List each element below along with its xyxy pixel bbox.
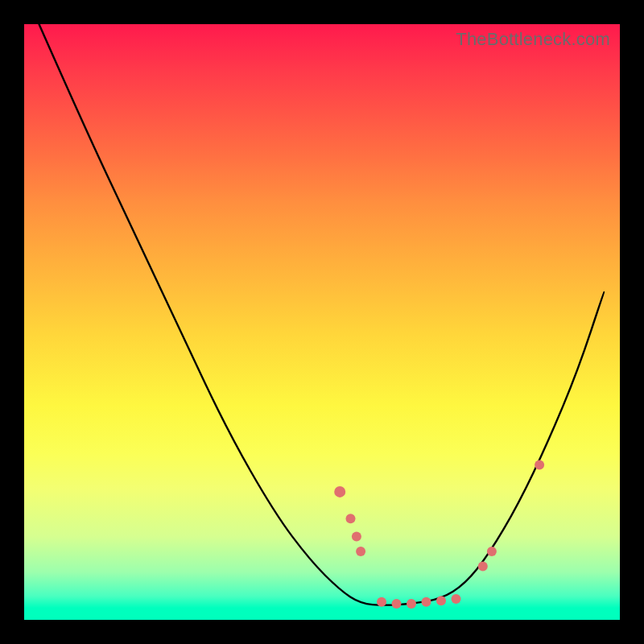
chart-svg — [24, 24, 620, 620]
curve-bead — [352, 531, 361, 541]
curve-bead — [377, 597, 386, 607]
curve-bead — [478, 561, 488, 571]
curve-bead — [346, 514, 356, 523]
curve-bead — [392, 599, 402, 609]
curve-bead — [356, 547, 365, 556]
curve-bead — [422, 597, 431, 607]
curve-bead — [334, 486, 345, 497]
curve-beads — [334, 460, 544, 609]
curve-bead — [452, 594, 461, 604]
curve-bead — [436, 596, 446, 605]
curve-bead — [487, 547, 497, 556]
curve-bead — [535, 460, 544, 470]
curve-bead — [407, 599, 416, 609]
bottleneck-curve — [39, 24, 605, 605]
chart-frame: TheBottleneck.com — [24, 24, 620, 620]
